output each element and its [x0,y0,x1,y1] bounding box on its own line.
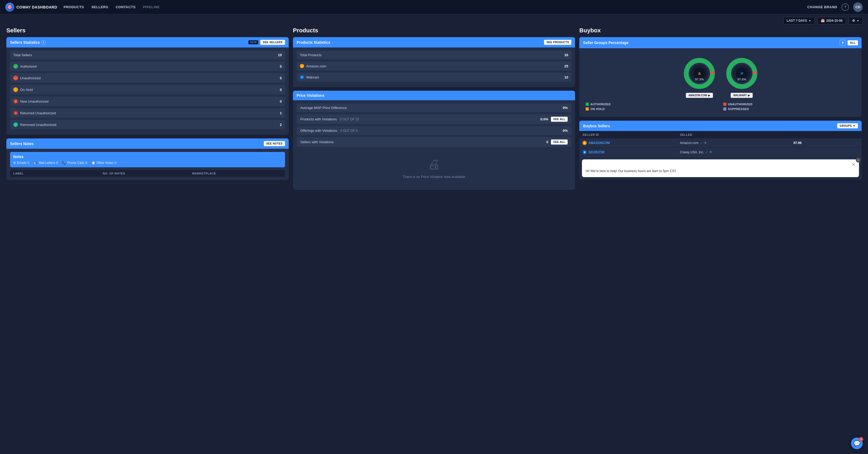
chat-message: Hi! We're here to help! Our business hou… [586,169,855,174]
products-column: Products Products Statistics SEE PRODUCT… [291,27,578,193]
pv-offerings-violations: Offerings with Violations 0 OUT OF 0 0% [297,126,571,135]
svg-text:a: a [698,71,701,75]
returned-unauthorized-dot: ⊗ [13,111,18,115]
legend-unauthorized: UNAUTHORIZED [723,102,855,106]
products-stats-label: Products Statistics [297,40,330,44]
legend-authorized: AUTHORIZED [586,102,718,106]
stat-authorized: ✓ Authorized 5 [10,62,285,71]
date-range-filter[interactable]: LAST 7 DAYS ▼ [783,17,815,24]
table-header-row: SELLER ID SELLER [579,131,862,139]
new-unauthorized-dot: ⊗ [13,99,18,104]
svg-text:97.3%: 97.3% [695,78,704,81]
eye-icon: 👁 [704,141,707,145]
brand-icon: ⚙ [852,19,855,23]
pv-avg-map: Average MAP Price Difference 0% [297,103,571,112]
sellers-stats-actions: NEW SEE SELLERS [248,40,285,45]
see-sellers-button[interactable]: SEE SELLERS [260,40,285,45]
table-row: ★ 101353738 Coway USA, Inc. ✓ 👁 [579,148,862,157]
pv-sellers-violations: Sellers with Violations 0 SEE ALL [297,137,571,147]
see-all-products-violations[interactable]: SEE ALL [551,117,568,122]
all-button[interactable]: ALL [847,40,858,46]
stat-walmart: ★ Walmart 10 [297,73,571,82]
products-stats-body: Total Products 35 a Amazon.com 25 ★ Walm… [293,48,575,87]
chat-fab[interactable]: 💬 1 [851,437,863,449]
date-value: 2024-10-06 [826,19,842,23]
amazon-donut-svg: a 97.3% [682,56,717,91]
chat-close-icon[interactable]: ✕ [856,158,861,162]
notes-inner-title: Notes [13,155,282,159]
price-violations-label: Price Violations [297,93,324,98]
coway-status-icons: ✓ 👁 [706,150,712,154]
products-title: Products [293,27,575,34]
amazon-donut: a 97.3% AMAZON.COM ▶ [682,56,717,98]
notes-table-header: LABEL NO. OF NOTES MARKETPLACE [10,170,285,177]
on-hold-legend-dot [586,108,589,111]
notes-pill-emails: ✉ Emails 0 [13,161,29,165]
top-bar: LAST 7 DAYS ▼ 📅 2024-10-06 ⚙ ▼ [0,14,868,27]
unauthorized-dot: — [13,75,18,80]
user-avatar[interactable]: CD [853,2,863,12]
notes-inner-box: Notes ✉ Emails 0 📬 Mail Letters 0 [10,152,285,167]
help-icon[interactable]: ? [841,3,849,11]
date-picker[interactable]: 📅 2024-10-06 [817,17,846,24]
buybox-sellers-label: Buybox Sellers [583,124,610,128]
price-violations-header: Price Violations [293,91,575,100]
amazon-status-icons: ✓ 👁 [700,141,707,145]
sellers-notes-card: Sellers Notes SEE NOTES Notes ✉ Emails 0… [6,139,289,180]
amazon-label-button[interactable]: AMAZON.COM ▶ [686,93,713,98]
see-notes-button[interactable]: SEE NOTES [264,141,285,146]
sellers-stats-body: Total Sellers 10 ✓ Authorized 5 — Unauth… [6,48,289,135]
logo[interactable]: 🎯 COWAY DASHBOARD [5,3,57,12]
change-brand-button[interactable]: CHANGE BRAND [807,5,837,9]
nav-sellers[interactable]: SELLERS [91,4,108,10]
seller-groups-label: Seller Groups Percentage [583,40,628,45]
chat-minimize-icon[interactable]: ✕ [852,162,855,167]
stat-removed-unauthorized: ✓ Removed Unauthorized 2 [10,120,285,129]
stat-total-sellers: Total Sellers 10 [10,51,285,59]
logo-icon: 🎯 [5,3,14,12]
nav-products[interactable]: PRODUCTS [64,4,84,10]
new-badge: NEW [248,40,258,44]
sellers-title: Sellers [6,27,289,34]
legend-on-hold: ON HOLD [586,108,718,111]
price-violations-card: Price Violations Average MAP Price Diffe… [293,91,575,190]
pv-products-violations: Products with Violations 0 OUT OF 35 0.0… [297,114,571,124]
seller-groups-header: Seller Groups Percentage ⬆ ALL [579,37,862,48]
brand-selector[interactable]: ⚙ ▼ [849,17,863,24]
see-all-sellers-violations[interactable]: SEE ALL [551,140,568,145]
walmart-donut-svg: ★ 97.6% [724,56,759,91]
sellers-notes-label: Sellers Notes [10,142,34,146]
nav-right: CHANGE BRAND ? CD [807,2,863,12]
sellers-notes-header: Sellers Notes SEE NOTES [6,139,289,149]
info-icon[interactable]: i [41,40,45,44]
seller-name-amazon: Amazon.com ✓ 👁 [680,141,794,145]
walmart-label-button[interactable]: WALMART ▶ [731,93,753,98]
buybox-sellers-card: Buybox Sellers GROUPS ▼ SELLER ID SELLER… [579,121,862,180]
stat-returned-unauthorized: ⊗ Returned Unauthorized 1 [10,108,285,118]
nav-pipeline[interactable]: PIPELINE [143,4,160,10]
buybox-column: Buybox Seller Groups Percentage ⬆ ALL [577,27,864,193]
stat-unauthorized: — Unauthorized 5 [10,73,285,83]
check-icon: ✓ [700,141,703,145]
donut-row: a 97.3% AMAZON.COM ▶ [582,51,859,100]
nav-contacts[interactable]: CONTACTS [116,4,135,10]
svg-text:97.6%: 97.6% [737,78,746,81]
notes-pill-mailletters: 📬 Mail Letters 0 [34,161,58,165]
unauthorized-legend-dot [723,102,726,106]
buybox-sellers-table: SELLER ID SELLER a AMAZONCOM Amazon.com … [579,131,862,157]
no-data-text: There is no Price Violation data availab… [403,175,465,179]
seller-groups-body: a 97.3% AMAZON.COM ▶ [579,48,862,117]
see-products-button[interactable]: SEE PRODUCTS [544,40,571,45]
legend-suppressed: SUPPRESSED [723,108,855,111]
products-statistics-card: Products Statistics SEE PRODUCTS Total P… [293,37,575,87]
seller-id-amazoncom: a AMAZONCOM [583,141,680,145]
chat-header: ✕ [586,162,855,167]
seller-groups-card: Seller Groups Percentage ⬆ ALL [579,37,862,117]
groups-button[interactable]: GROUPS ▼ [837,123,858,128]
seller-groups-actions: ⬆ ALL [840,40,858,46]
legend: AUTHORIZED UNAUTHORIZED ON HOLD SUPPRESS… [582,100,859,114]
walmart-donut: ★ 97.6% WALMART ▶ [724,56,759,98]
chevron-down-icon: ▼ [809,19,811,22]
no-data-icon: 🖨 [428,157,440,172]
seller-id-101353738: ★ 101353738 [583,150,680,154]
